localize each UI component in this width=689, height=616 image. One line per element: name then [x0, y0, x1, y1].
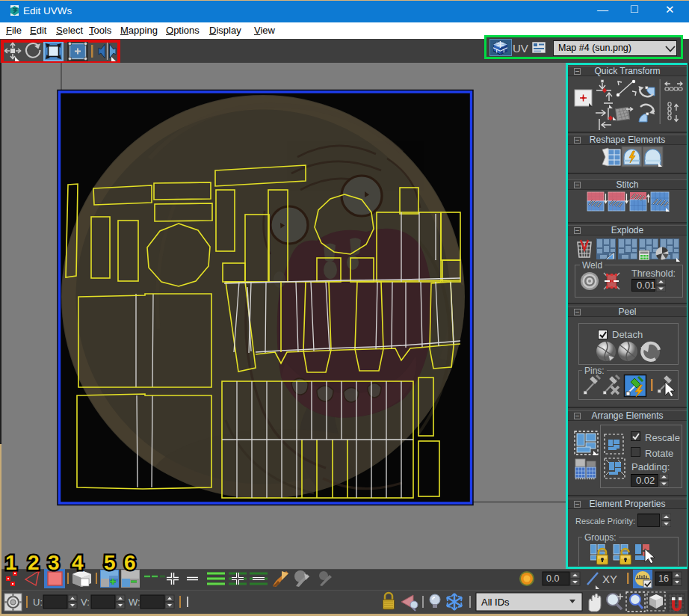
svg-text:U:: U:	[33, 597, 43, 608]
svg-text:0.0: 0.0	[546, 573, 559, 584]
svg-text:16: 16	[658, 573, 669, 584]
svg-text:V:: V:	[81, 597, 90, 608]
svg-text:All IDs: All IDs	[481, 597, 510, 608]
svg-text:XY: XY	[602, 573, 617, 585]
svg-text:W:: W:	[129, 597, 140, 608]
